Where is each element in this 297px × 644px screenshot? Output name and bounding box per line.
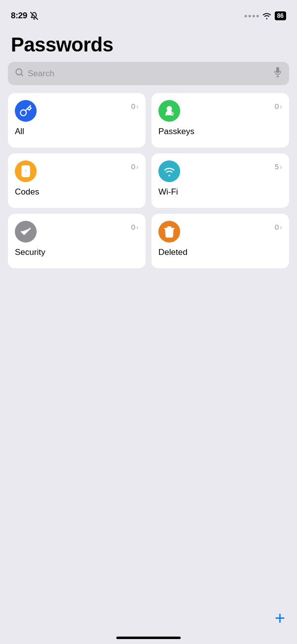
passkeys-icon-circle bbox=[158, 100, 180, 122]
passkeys-count: 0 bbox=[275, 102, 279, 110]
card-codes[interactable]: 0 › Codes bbox=[8, 153, 146, 208]
codes-icon-circle bbox=[15, 160, 37, 182]
search-icon bbox=[15, 68, 24, 79]
card-all[interactable]: 0 › All bbox=[8, 93, 146, 148]
svg-line-2 bbox=[21, 74, 22, 75]
svg-rect-3 bbox=[276, 67, 279, 73]
deleted-count: 0 bbox=[275, 223, 279, 231]
wifi-chevron: › bbox=[280, 163, 282, 171]
signal-icon bbox=[245, 15, 259, 17]
search-bar[interactable]: Search bbox=[8, 62, 289, 85]
all-count: 0 bbox=[131, 102, 135, 110]
codes-chevron: › bbox=[136, 163, 139, 171]
deleted-icon-circle bbox=[158, 221, 180, 243]
card-passkeys[interactable]: 0 › Passkeys bbox=[151, 93, 289, 148]
status-time: 8:29 bbox=[11, 11, 27, 21]
page-title: Passwords bbox=[0, 25, 297, 62]
svg-point-10 bbox=[25, 168, 26, 169]
svg-line-0 bbox=[30, 12, 38, 20]
codes-label: Codes bbox=[15, 187, 139, 197]
card-security[interactable]: 0 › Security bbox=[8, 214, 146, 268]
security-count: 0 bbox=[131, 223, 135, 231]
deleted-chevron: › bbox=[280, 223, 282, 231]
cards-grid: 0 › All 0 › Passkeys bbox=[0, 93, 297, 268]
security-count-chevron: 0 › bbox=[131, 223, 139, 231]
status-icons: 86 bbox=[245, 11, 286, 20]
passkeys-label: Passkeys bbox=[158, 127, 282, 137]
all-count-chevron: 0 › bbox=[131, 102, 139, 110]
wifi-count: 5 bbox=[275, 162, 279, 171]
security-chevron: › bbox=[136, 223, 139, 231]
key-icon bbox=[19, 104, 32, 117]
deleted-count-chevron: 0 › bbox=[275, 223, 282, 231]
deleted-icon bbox=[163, 225, 176, 238]
wifi-count-chevron: 5 › bbox=[275, 162, 282, 171]
status-bar: 8:29 86 bbox=[0, 0, 297, 25]
battery-icon: 86 bbox=[275, 11, 286, 20]
all-chevron: › bbox=[136, 102, 139, 110]
svg-point-6 bbox=[167, 106, 172, 111]
all-label: All bbox=[15, 127, 139, 137]
all-icon-circle bbox=[15, 100, 37, 122]
bell-slash-icon bbox=[30, 12, 38, 20]
wifi-status-icon bbox=[262, 12, 272, 20]
search-container: Search bbox=[0, 62, 297, 93]
home-indicator bbox=[116, 637, 181, 639]
security-icon bbox=[19, 225, 32, 238]
wifi-card-icon bbox=[163, 165, 176, 178]
search-placeholder[interactable]: Search bbox=[28, 69, 269, 79]
card-wifi[interactable]: 5 › Wi-Fi bbox=[151, 153, 289, 208]
codes-count: 0 bbox=[131, 162, 135, 171]
passkeys-count-chevron: 0 › bbox=[275, 102, 282, 110]
deleted-label: Deleted bbox=[158, 248, 282, 257]
security-icon-circle bbox=[15, 221, 37, 243]
passkey-icon bbox=[163, 104, 176, 117]
wifi-label: Wi-Fi bbox=[158, 187, 282, 197]
microphone-icon[interactable] bbox=[273, 67, 282, 80]
security-label: Security bbox=[15, 248, 139, 257]
codes-icon bbox=[19, 165, 32, 178]
card-deleted[interactable]: 0 › Deleted bbox=[151, 214, 289, 268]
wifi-icon-circle bbox=[158, 160, 180, 182]
codes-count-chevron: 0 › bbox=[131, 162, 139, 171]
add-button[interactable]: + bbox=[275, 609, 285, 627]
passkeys-chevron: › bbox=[280, 102, 282, 110]
